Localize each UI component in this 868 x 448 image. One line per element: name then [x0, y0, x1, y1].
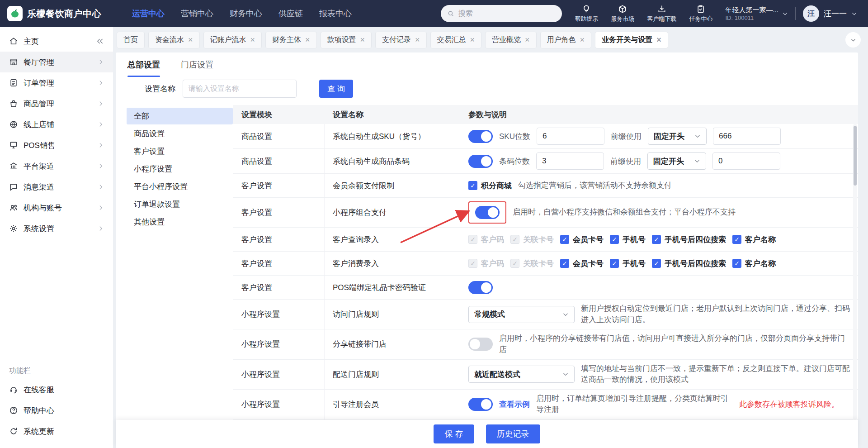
- tab-item[interactable]: 营业概览×: [485, 32, 537, 48]
- param-input[interactable]: 0: [712, 153, 780, 170]
- tab-item[interactable]: 财务主体×: [265, 32, 317, 48]
- tab-item[interactable]: 资金流水×: [148, 32, 200, 48]
- global-search[interactable]: [441, 5, 562, 22]
- param-select[interactable]: 固定开头: [648, 128, 707, 145]
- top-nav-item[interactable]: 财务中心: [230, 8, 262, 19]
- param-select[interactable]: 固定开头: [647, 153, 706, 170]
- close-icon[interactable]: ×: [580, 36, 585, 44]
- close-icon[interactable]: ×: [305, 36, 310, 44]
- close-icon[interactable]: ×: [188, 36, 193, 44]
- close-icon[interactable]: ×: [360, 36, 365, 44]
- sidebar-item-label: POS销售: [24, 140, 92, 151]
- param-checkbox[interactable]: ✓会员卡号: [560, 258, 604, 269]
- top-nav-item[interactable]: 运营中心: [132, 8, 165, 19]
- category-item[interactable]: 商品设置: [127, 125, 233, 142]
- sidebar-item[interactable]: 消息渠道: [0, 176, 113, 197]
- cell-module: 小程序设置: [233, 329, 325, 359]
- tab-item[interactable]: 记账户流水×: [203, 32, 262, 48]
- sidebar-collapse-icon[interactable]: [96, 37, 104, 45]
- column-header: 设置名称: [325, 110, 460, 120]
- tab-item[interactable]: 用户角色×: [540, 32, 592, 48]
- tab-item[interactable]: 业务开关与设置×: [595, 32, 668, 48]
- toggle-on[interactable]: [468, 281, 493, 294]
- search-button[interactable]: 查 询: [319, 80, 353, 98]
- toggle-on[interactable]: [468, 155, 493, 168]
- toggle-on[interactable]: [468, 398, 493, 411]
- top-nav-item[interactable]: 供应链: [278, 8, 303, 19]
- close-icon[interactable]: ×: [415, 36, 420, 44]
- chevron-right-icon: [98, 142, 104, 148]
- param-select[interactable]: 就近配送模式: [468, 366, 575, 383]
- scrollbar-thumb[interactable]: [854, 126, 857, 186]
- close-icon[interactable]: ×: [656, 36, 661, 44]
- tabs-collapse-button[interactable]: [845, 32, 861, 48]
- app-logo[interactable]: 乐檬餐饮商户中心: [7, 6, 120, 21]
- sub-tab[interactable]: 总部设置: [127, 52, 160, 77]
- toggle-on[interactable]: [475, 206, 500, 219]
- search-input[interactable]: [458, 10, 556, 18]
- store-selector[interactable]: 年轻人第一家—... ID: 100011: [725, 6, 788, 21]
- param-checkbox[interactable]: ✓客户名称: [732, 234, 776, 245]
- category-item[interactable]: 订单退款设置: [127, 196, 233, 213]
- tab-item[interactable]: 支付记录×: [375, 32, 427, 48]
- chevron-down-icon: [782, 11, 788, 17]
- category-item[interactable]: 客户设置: [127, 143, 233, 160]
- quick-action[interactable]: 任务中心: [689, 5, 712, 23]
- user-menu[interactable]: 汪 汪一一: [803, 5, 857, 22]
- select-value: 固定开头: [653, 156, 684, 167]
- cell-params: 就近配送模式填写的地址与当前门店不一致，提示重新下单；反之则直接下单。建议门店可…: [460, 360, 858, 389]
- category-item[interactable]: 平台小程序设置: [127, 178, 233, 195]
- sidebar-item[interactable]: 餐厅管理: [0, 52, 113, 72]
- sidebar-item[interactable]: 商品管理: [0, 93, 113, 114]
- sidebar-item[interactable]: 订单管理: [0, 72, 113, 93]
- param-link[interactable]: 查看示例: [499, 399, 530, 410]
- order-icon: [9, 78, 18, 87]
- table-row: 小程序设置分享链接带门店启用时，小程序的分享链接带有门店值，访问用户可直接进入所…: [233, 329, 858, 359]
- sidebar-footer-item[interactable]: 系统更新: [0, 421, 113, 442]
- close-icon[interactable]: ×: [250, 36, 255, 44]
- sidebar-footer-item[interactable]: 在线客服: [0, 379, 113, 400]
- top-nav-item[interactable]: 报表中心: [319, 8, 352, 19]
- search-icon: [447, 10, 454, 18]
- param-checkbox[interactable]: ✓会员卡号: [560, 234, 604, 245]
- sidebar-item-home[interactable]: 主页: [0, 31, 113, 52]
- category-item[interactable]: 其他设置: [127, 214, 233, 230]
- sidebar-item[interactable]: POS销售: [0, 135, 113, 156]
- history-button[interactable]: 历史记录: [486, 424, 540, 443]
- sidebar-item[interactable]: 平台渠道: [0, 156, 113, 176]
- param-checkbox[interactable]: ✓手机号: [610, 234, 646, 245]
- param-checkbox[interactable]: ✓手机号后四位搜索: [652, 258, 726, 269]
- sidebar-item[interactable]: 线上店铺: [0, 114, 113, 135]
- category-item[interactable]: 全部: [127, 108, 233, 124]
- quick-action[interactable]: 帮助提示: [575, 5, 598, 23]
- param-checkbox[interactable]: ✓手机号: [610, 258, 646, 269]
- sub-tab[interactable]: 门店设置: [181, 52, 213, 77]
- param-input[interactable]: 666: [713, 128, 781, 145]
- tab-item[interactable]: 交易汇总×: [430, 32, 482, 48]
- setting-name-input[interactable]: [189, 85, 291, 93]
- tab-item[interactable]: 款项设置×: [321, 32, 372, 48]
- param-input[interactable]: 6: [537, 128, 604, 145]
- sidebar-item[interactable]: 机构与账号: [0, 197, 113, 218]
- tab-item[interactable]: 首页: [117, 32, 145, 48]
- param-checkbox[interactable]: ✓客户名称: [732, 258, 776, 269]
- quick-action[interactable]: 客户端下载: [647, 5, 676, 23]
- sidebar-footer-item[interactable]: 帮助中心: [0, 400, 113, 421]
- toggle-off[interactable]: [468, 338, 493, 351]
- param-input[interactable]: 3: [536, 153, 604, 170]
- top-nav-item[interactable]: 营销中心: [181, 8, 213, 19]
- param-checkbox[interactable]: ✓手机号后四位搜索: [652, 234, 726, 245]
- toggle-on[interactable]: [468, 130, 493, 143]
- cell-params: ✓客户码✓关联卡号✓会员卡号✓手机号✓手机号后四位搜索✓客户名称: [460, 252, 858, 275]
- scrollbar-track[interactable]: [853, 124, 857, 420]
- save-button[interactable]: 保 存: [434, 424, 474, 443]
- sidebar-item[interactable]: 系统设置: [0, 218, 113, 239]
- setting-name-field[interactable]: [183, 80, 297, 98]
- param-checkbox[interactable]: ✓积分商城: [468, 181, 512, 191]
- close-icon[interactable]: ×: [525, 36, 530, 44]
- quick-action[interactable]: 服务市场: [611, 5, 634, 23]
- bulb-icon: [582, 5, 591, 14]
- category-item[interactable]: 小程序设置: [127, 161, 233, 177]
- param-select[interactable]: 常规模式: [468, 306, 575, 323]
- close-icon[interactable]: ×: [470, 36, 475, 44]
